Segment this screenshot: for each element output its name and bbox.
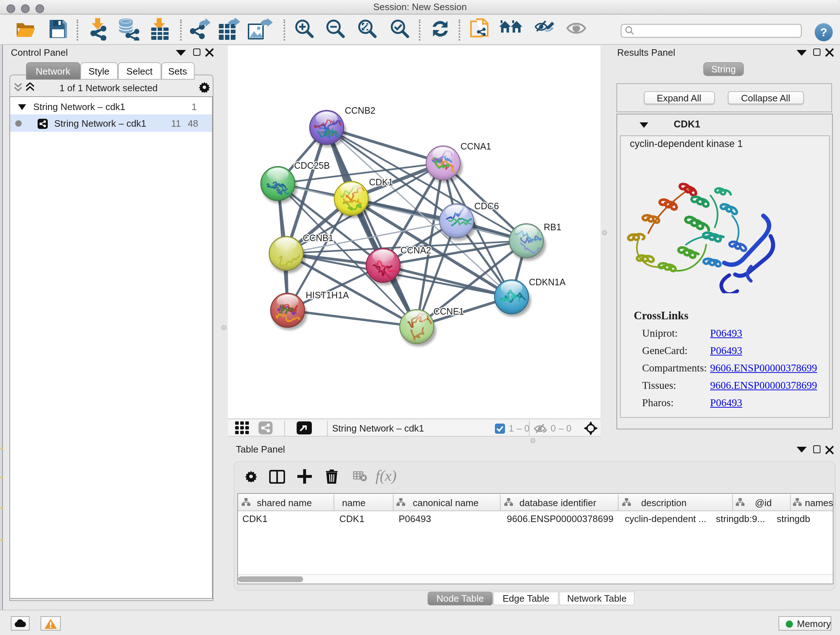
svg-text:CDC25B: CDC25B bbox=[294, 160, 330, 170]
svg-text:CCNA2: CCNA2 bbox=[401, 245, 431, 255]
svg-text:CDKN1A: CDKN1A bbox=[529, 277, 566, 287]
svg-text:CCNA1: CCNA1 bbox=[461, 141, 491, 151]
svg-text:RB1: RB1 bbox=[544, 222, 561, 232]
svg-text:CCNE1: CCNE1 bbox=[433, 306, 464, 316]
svg-text:CDK1: CDK1 bbox=[369, 177, 393, 187]
svg-text:CCNB1: CCNB1 bbox=[303, 233, 333, 242]
svg-text:HIST1H1A: HIST1H1A bbox=[306, 290, 349, 300]
svg-text:CDC6: CDC6 bbox=[474, 201, 499, 211]
svg-text:CCNB2: CCNB2 bbox=[345, 105, 376, 115]
